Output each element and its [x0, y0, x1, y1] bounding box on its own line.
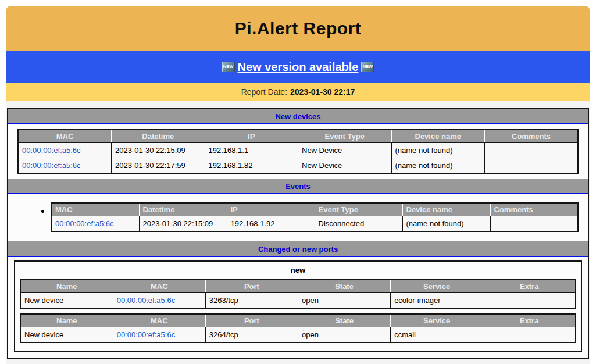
col-header-comments: Comments — [485, 130, 579, 143]
table-row: New device 00:00:00:ef:a5:6c 3264/tcp op… — [20, 327, 576, 343]
col-header-mac: MAC — [113, 314, 205, 327]
col-header-datetime: Datetime — [139, 203, 227, 216]
page-title: Pi.Alert Report — [235, 19, 362, 38]
cell-name: New device — [20, 327, 113, 343]
section-bar-events: Events — [8, 179, 588, 194]
cell-event-type: New Device — [298, 158, 392, 174]
col-header-name: Name — [20, 280, 113, 293]
cell-datetime: 2023-01-30 22:15:09 — [139, 216, 227, 232]
content-box: New devices MAC Datetime IP Event Type D… — [7, 108, 589, 359]
col-header-mac: MAC — [51, 203, 139, 216]
cell-comments — [490, 216, 578, 232]
table-header-row: Name MAC Port State Service Extra — [20, 280, 576, 293]
cell-mac: 00:00:00:ef:a5:6c — [113, 327, 205, 343]
col-header-device-name: Device name — [402, 203, 490, 216]
cell-event-type: Disconnected — [315, 216, 402, 232]
cell-comments — [485, 158, 579, 174]
table-row: 00:00:00:ef:a5:6c 2023-01-30 22:17:59 19… — [18, 158, 578, 174]
cell-mac: 00:00:00:ef:a5:6c — [18, 143, 112, 158]
col-header-mac: MAC — [113, 280, 205, 293]
cell-device-name: (name not found) — [391, 143, 485, 158]
mac-link[interactable]: 00:00:00:ef:a5:6c — [22, 146, 80, 155]
cell-extra — [483, 293, 576, 309]
col-header-datetime: Datetime — [112, 130, 205, 143]
col-header-state: State — [298, 280, 390, 293]
events-list-item: MAC Datetime IP Event Type Device name C… — [51, 202, 579, 232]
cell-port: 3264/tcp — [205, 327, 298, 343]
report-date-label: Report Date: — [241, 87, 287, 97]
table-row: 00:00:00:ef:a5:6c 2023-01-30 22:15:09 19… — [18, 143, 578, 158]
mac-link[interactable]: 00:00:00:ef:a5:6c — [117, 330, 175, 339]
report-page: Pi.Alert Report NEW New version availabl… — [6, 6, 590, 364]
section-title: Events — [285, 182, 311, 191]
table-row: New device 00:00:00:ef:a5:6c 3263/tcp op… — [20, 293, 576, 309]
cell-event-type: New Device — [298, 143, 392, 158]
cell-service: ccmail — [391, 327, 483, 343]
report-header: Pi.Alert Report — [6, 6, 590, 51]
section-bar-new-devices: New devices — [8, 109, 588, 124]
cell-comments — [485, 143, 579, 158]
col-header-device-name: Device name — [391, 130, 485, 143]
col-header-event-type: Event Type — [298, 130, 392, 143]
col-header-extra: Extra — [483, 280, 576, 293]
mac-link[interactable]: 00:00:00:ef:a5:6c — [22, 161, 80, 170]
new-version-link-label: New version available — [238, 60, 359, 74]
cell-state: open — [298, 293, 390, 309]
cell-mac: 00:00:00:ef:a5:6c — [51, 216, 139, 232]
section-title: New devices — [275, 112, 320, 121]
col-header-extra: Extra — [483, 314, 576, 327]
new-badge-icon: NEW — [222, 62, 235, 72]
col-header-comments: Comments — [490, 203, 578, 216]
report-body: New devices MAC Datetime IP Event Type D… — [6, 101, 590, 364]
new-version-link[interactable]: NEW New version available NEW — [222, 60, 374, 74]
table-row: 00:00:00:ef:a5:6c 2023-01-30 22:15:09 19… — [51, 216, 578, 232]
cell-ip: 192.168.1.1 — [205, 143, 298, 158]
section-bar-ports: Changed or new ports — [8, 241, 588, 257]
col-header-state: State — [298, 314, 390, 327]
new-version-banner: NEW New version available NEW — [6, 51, 590, 83]
ports-group-title: new — [15, 262, 581, 278]
mac-link[interactable]: 00:00:00:ef:a5:6c — [55, 219, 113, 228]
table-header-row: MAC Datetime IP Event Type Device name C… — [18, 130, 578, 143]
cell-state: open — [298, 327, 390, 343]
col-header-port: Port — [205, 314, 298, 327]
events-list: MAC Datetime IP Event Type Device name C… — [17, 202, 579, 232]
cell-mac: 00:00:00:ef:a5:6c — [18, 158, 112, 174]
cell-datetime: 2023-01-30 22:17:59 — [112, 158, 205, 174]
col-header-service: Service — [391, 314, 483, 327]
col-header-name: Name — [20, 314, 113, 327]
col-header-ip: IP — [205, 130, 298, 143]
ports-box: new Name MAC Port State Service Extra — [14, 260, 582, 352]
ports-table-2: Name MAC Port State Service Extra New de… — [20, 313, 576, 343]
section-title: Changed or new ports — [258, 245, 338, 254]
cell-mac: 00:00:00:ef:a5:6c — [113, 293, 205, 309]
ports-table-1: Name MAC Port State Service Extra New de… — [20, 279, 576, 309]
table-header-row: MAC Datetime IP Event Type Device name C… — [51, 203, 578, 216]
col-header-event-type: Event Type — [315, 203, 402, 216]
cell-device-name: (name not found) — [402, 216, 490, 232]
cell-port: 3263/tcp — [205, 293, 298, 309]
cell-datetime: 2023-01-30 22:15:09 — [112, 143, 205, 158]
cell-ip: 192.168.1.92 — [227, 216, 315, 232]
cell-service: ecolor-imager — [391, 293, 483, 309]
col-header-service: Service — [391, 280, 483, 293]
mac-link[interactable]: 00:00:00:ef:a5:6c — [117, 296, 175, 305]
col-header-ip: IP — [227, 203, 315, 216]
new-devices-table: MAC Datetime IP Event Type Device name C… — [17, 129, 579, 174]
col-header-port: Port — [205, 280, 298, 293]
events-table: MAC Datetime IP Event Type Device name C… — [51, 202, 579, 232]
cell-extra — [483, 327, 576, 343]
cell-device-name: (name not found) — [391, 158, 485, 174]
report-date-value: 2023-01-30 22:17 — [290, 87, 355, 97]
cell-name: New device — [20, 293, 113, 309]
col-header-mac: MAC — [18, 130, 112, 143]
table-header-row: Name MAC Port State Service Extra — [20, 314, 576, 327]
cell-ip: 192.168.1.82 — [205, 158, 298, 174]
report-date-bar: Report Date: 2023-01-30 22:17 — [6, 83, 590, 101]
new-badge-icon: NEW — [361, 62, 374, 72]
